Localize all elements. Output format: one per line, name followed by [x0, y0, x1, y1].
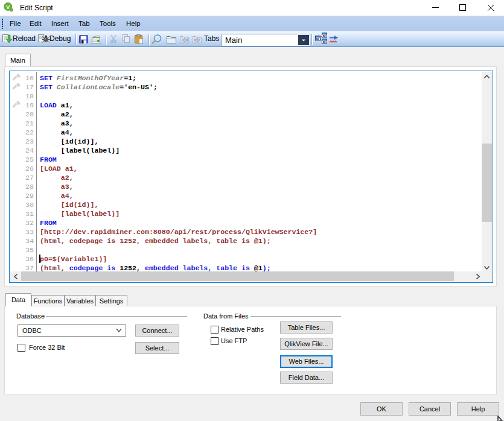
- svg-text:V: V: [6, 4, 10, 10]
